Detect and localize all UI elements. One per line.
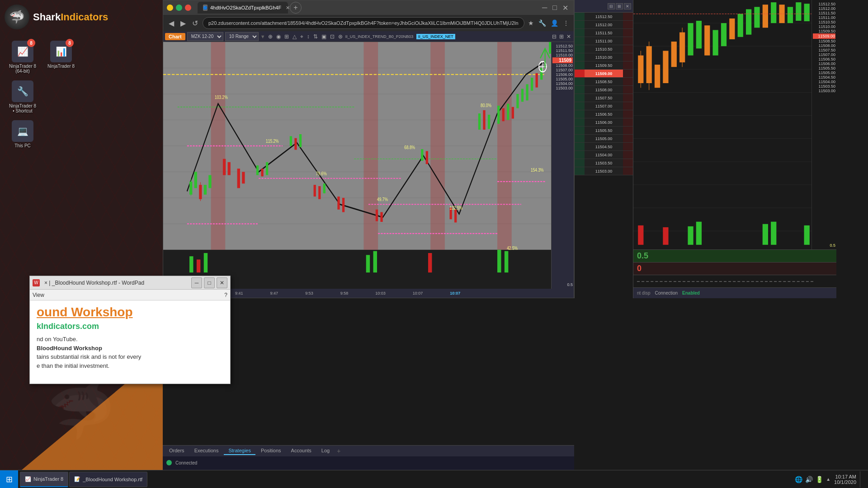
price-11504: 11504.00 [552, 81, 573, 86]
svg-rect-132 [804, 225, 810, 245]
menu-view[interactable]: View [33, 292, 44, 298]
desktop-icon-ninja8-64[interactable]: 📈 8 NinjaTrader 8(64-bit) [7, 41, 38, 74]
help-btn[interactable]: ? [224, 292, 227, 298]
svg-rect-133 [638, 225, 643, 245]
window-maximize-btn[interactable]: □ [551, 3, 559, 13]
extension-btn-1[interactable]: 🔧 [538, 19, 547, 28]
forward-button[interactable]: ▶ [179, 18, 188, 28]
icon-row-3: 💻 This PC [7, 120, 77, 148]
range-dropdown[interactable]: 10 Range [225, 32, 259, 41]
ninja8-badge-2: 8 [66, 39, 74, 47]
nt-tab-orders[interactable]: Orders [165, 447, 189, 455]
wordpad-maximize[interactable]: □ [204, 277, 215, 288]
bookmark-button[interactable]: ★ [527, 19, 535, 28]
chart-tool-9[interactable]: ⊡ [329, 33, 335, 40]
connection-dot [166, 460, 172, 465]
wordpad-minimize[interactable]: ─ [191, 277, 202, 288]
time-5: 9:53 [305, 291, 313, 296]
nt-tabs: Orders Executions Strategies Positions A… [163, 446, 574, 456]
bid-cell [575, 13, 585, 20]
svg-rect-89 [497, 250, 501, 272]
minimize-button[interactable] [167, 5, 173, 11]
start-button[interactable]: ⊞ [0, 470, 18, 488]
nt-tab-strategies[interactable]: Strategies [224, 447, 255, 455]
window-minimize-btn[interactable]: ─ [540, 3, 549, 13]
desktop-icon-ninja8-b[interactable]: 📊 8 NinjaTrader 8 [45, 41, 77, 74]
ladder-btn-3[interactable]: ✕ [624, 3, 631, 9]
timeframe-dropdown[interactable]: MZK 12-20 [187, 32, 223, 41]
browser-tab-active[interactable]: 🔵 4hdtHvO2SkaOZdTpxplkBGh4F ✕ [198, 2, 288, 14]
svg-rect-107 [663, 51, 668, 83]
wordpad-close[interactable]: ✕ [217, 277, 227, 288]
back-button[interactable]: ◀ [167, 18, 176, 28]
rpl-vol: 0.5 [813, 243, 835, 248]
nt-tab-accounts[interactable]: Accounts [287, 447, 316, 455]
svg-rect-85 [204, 253, 208, 272]
chart-close[interactable]: ✕ [566, 33, 572, 40]
desktop-icon-shortcut[interactable]: 🔧 NinjaTrader 8• Shortcut [7, 80, 38, 113]
value-05: 0.5 [637, 251, 648, 261]
window-close-btn[interactable]: ✕ [561, 3, 570, 13]
taskbar-wordpad-label: _BloodHound Workshop.rtf [83, 477, 142, 482]
svg-text:80.0%: 80.0% [481, 102, 491, 108]
time-4: 9:47 [270, 291, 278, 296]
refresh-button[interactable]: ↺ [190, 18, 200, 28]
chart-tool-7[interactable]: ⇅ [312, 33, 319, 40]
price-cell: 11512.50 [585, 13, 623, 20]
tab-close[interactable]: ✕ [286, 5, 290, 11]
tray-arrows[interactable]: ▲ [826, 477, 830, 482]
nt-tab-add[interactable]: + [335, 447, 342, 455]
chart-layout-1[interactable]: ⊟ [551, 33, 557, 40]
taskbar-ninja-item[interactable]: 📈 NinjaTrader 8 [20, 472, 68, 487]
price-row: 11508.50 [575, 78, 633, 86]
chart-tool-1[interactable]: ⊕ [267, 33, 274, 40]
close-button[interactable] [185, 5, 191, 11]
chart-tab[interactable]: Chart [165, 33, 185, 40]
browser-nav: ◀ ▶ ↺ ★ 🔧 👤 ⋮ [163, 15, 574, 31]
chart-tool-5[interactable]: ⌖ [299, 33, 304, 40]
chart-layout-2[interactable]: ⊞ [558, 33, 565, 40]
price-rows: 11512.50 11512.00 11511.50 11511.00 1151… [575, 13, 633, 298]
address-bar[interactable] [203, 17, 524, 29]
nt-tab-positions[interactable]: Positions [256, 447, 286, 455]
show-desktop-btn[interactable] [860, 471, 863, 488]
desktop-icon-this-pc[interactable]: 💻 This PC [7, 120, 38, 148]
price-11508: 11508.00 [552, 63, 573, 68]
svg-rect-35 [266, 162, 268, 175]
chart-tool-6[interactable]: ↕ [306, 33, 311, 40]
rpl-9: 11508.50 [813, 39, 835, 43]
taskbar-wordpad-item[interactable]: 📝 _BloodHound Workshop.rtf [69, 472, 147, 487]
rpl-11: 11507.50 [813, 48, 835, 52]
shark-logo: 🦈 SharkIndicators [5, 5, 108, 29]
rpl-20: 11503.00 [813, 89, 835, 93]
doc-body: nd on YouTube. BloodHound Workshop tains… [37, 335, 223, 370]
shortcut-image: 🔧 [12, 80, 33, 102]
rpl-4: 11511.00 [813, 15, 835, 20]
chart-toolbar: Chart MZK 12-20 10 Range ▼ ⊕ ◉ ⊞ △ ⌖ ↕ ⇅… [163, 31, 574, 42]
svg-rect-42 [337, 197, 340, 210]
chart-tool-10[interactable]: ⊛ [337, 33, 344, 40]
ninja8-b-image: 📊 8 [50, 41, 72, 62]
chart-tool-8[interactable]: ▣ [321, 33, 327, 40]
ladder-btn-1[interactable]: ⊟ [608, 3, 615, 9]
maximize-button[interactable] [176, 5, 182, 11]
chart-tool-4[interactable]: △ [292, 33, 297, 40]
price-11506: 11506.00 [552, 72, 573, 77]
menu-button[interactable]: ⋮ [562, 19, 570, 28]
taskbar-wordpad-icon: 📝 [74, 476, 80, 482]
svg-rect-120 [763, 5, 768, 28]
nt-tab-log[interactable]: Log [317, 447, 334, 455]
svg-rect-47 [426, 151, 428, 164]
chart-tool-2[interactable]: ◉ [275, 33, 282, 40]
icon-row-2: 🔧 NinjaTrader 8• Shortcut [7, 80, 77, 113]
new-tab-button[interactable]: + [290, 2, 302, 14]
nt-tab-executions[interactable]: Executions [190, 447, 223, 455]
svg-rect-41 [323, 183, 326, 193]
ladder-btn-2[interactable]: ⊞ [616, 3, 623, 9]
price-row: 11511.00 [575, 37, 633, 45]
extension-btn-2[interactable]: 👤 [550, 19, 559, 28]
chart-tool-3[interactable]: ⊞ [283, 33, 290, 40]
svg-rect-54 [502, 108, 505, 122]
rpl-10: 11508.00 [813, 43, 835, 48]
chart-body[interactable]: 103.2% 115.2% 79.6% 49.7% 68.8% 132.5% 8… [163, 42, 574, 289]
